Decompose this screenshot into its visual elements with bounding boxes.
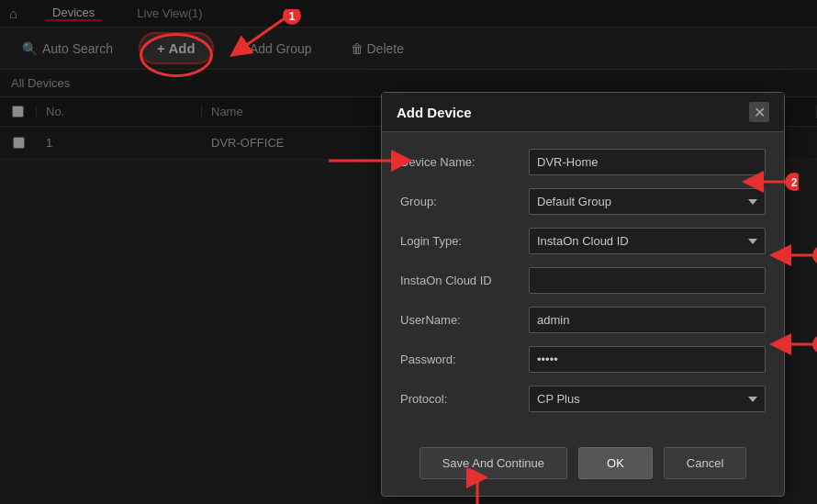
login-type-select[interactable]: InstaOn Cloud ID IP/Domain Username/Pass… <box>529 228 766 254</box>
group-label: Group: <box>400 195 529 208</box>
username-row: UserName: <box>400 307 766 333</box>
password-row: Password: <box>400 346 766 373</box>
protocol-label: Protocol: <box>400 392 529 406</box>
username-input[interactable] <box>529 307 766 333</box>
save-and-continue-button[interactable]: Save And Continue <box>420 447 567 479</box>
login-type-label: Login Type: <box>400 234 529 248</box>
modal-body: Device Name: Group: Default Group Group … <box>382 132 784 438</box>
modal-header: Add Device ✕ <box>382 93 784 132</box>
password-label: Password: <box>400 353 529 366</box>
modal-footer: Save And Continue OK Cancel <box>382 438 784 496</box>
group-row: Group: Default Group Group 1 Group 2 <box>400 188 766 215</box>
ok-button[interactable]: OK <box>578 447 653 479</box>
modal-close-button[interactable]: ✕ <box>749 102 769 122</box>
device-name-input[interactable] <box>529 149 766 175</box>
password-input[interactable] <box>529 346 766 373</box>
device-name-label: Device Name: <box>400 155 529 169</box>
group-select[interactable]: Default Group Group 1 Group 2 <box>529 188 766 215</box>
modal-title: Add Device <box>397 105 472 120</box>
device-name-row: Device Name: <box>400 149 766 175</box>
cancel-button[interactable]: Cancel <box>664 447 746 479</box>
add-device-modal: Add Device ✕ Device Name: Group: Default… <box>381 92 785 497</box>
cloud-id-input[interactable] <box>529 267 766 294</box>
cloud-id-row: InstaOn Cloud ID <box>400 267 766 294</box>
protocol-select[interactable]: CP Plus ONVIF RTSP <box>529 386 766 412</box>
login-type-row: Login Type: InstaOn Cloud ID IP/Domain U… <box>400 228 766 254</box>
protocol-row: Protocol: CP Plus ONVIF RTSP <box>400 386 766 412</box>
username-label: UserName: <box>400 313 529 327</box>
cloud-id-label: InstaOn Cloud ID <box>400 274 529 287</box>
